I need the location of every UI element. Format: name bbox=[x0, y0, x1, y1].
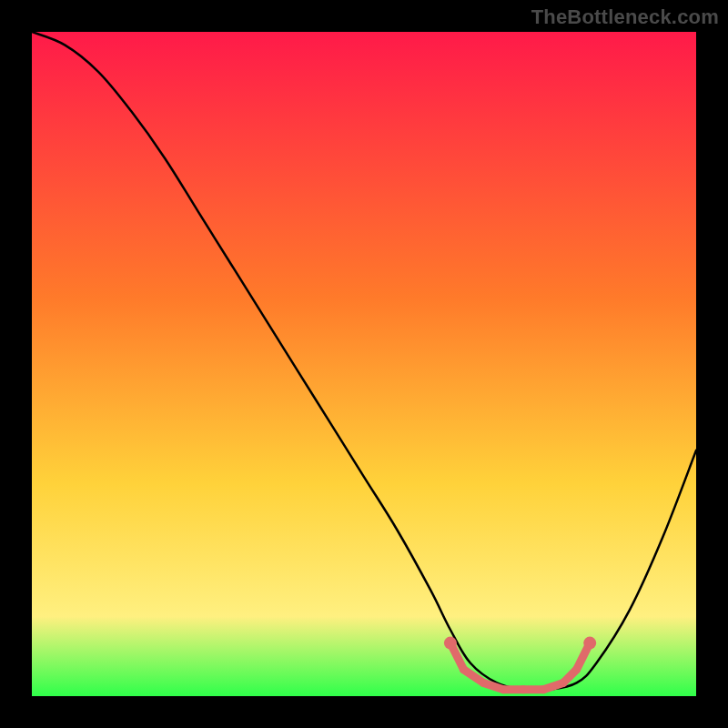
plot-svg bbox=[32, 32, 696, 696]
gradient-background bbox=[32, 32, 696, 696]
watermark-text: TheBottleneck.com bbox=[531, 5, 719, 29]
chart-frame: TheBottleneck.com bbox=[0, 0, 728, 728]
optimal-range-endpoint bbox=[583, 637, 596, 650]
plot-area bbox=[32, 32, 696, 696]
optimal-range-endpoint bbox=[444, 637, 457, 650]
